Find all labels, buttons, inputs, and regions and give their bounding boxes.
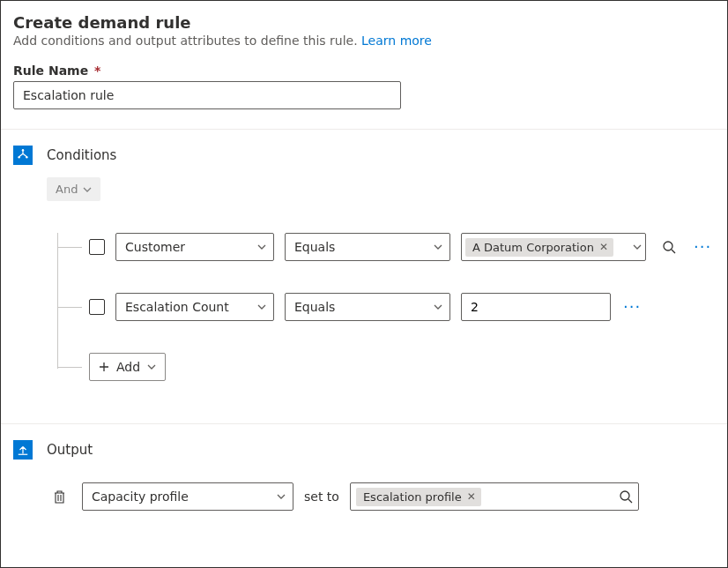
row-more-menu[interactable]: ··· xyxy=(692,239,713,255)
operator-select[interactable]: Equals xyxy=(285,233,450,261)
divider xyxy=(1,129,727,130)
conditions-header: Conditions xyxy=(13,146,715,165)
conditions-title: Conditions xyxy=(47,147,116,163)
output-attribute-value: Capacity profile xyxy=(92,490,189,504)
required-asterisk: * xyxy=(94,64,100,78)
value-lookup[interactable]: A Datum Corporation ✕ xyxy=(461,233,646,261)
lookup-search-button[interactable] xyxy=(657,235,681,259)
chevron-down-icon xyxy=(257,243,266,250)
value-tag: A Datum Corporation ✕ xyxy=(465,238,613,257)
row-select-checkbox[interactable] xyxy=(89,299,105,315)
field-select[interactable]: Customer xyxy=(115,233,274,261)
output-icon xyxy=(13,440,33,460)
svg-point-4 xyxy=(620,491,629,500)
group-operator-label: And xyxy=(56,183,78,196)
close-icon[interactable]: ✕ xyxy=(467,491,476,502)
field-select-value: Customer xyxy=(125,240,185,254)
conditions-icon xyxy=(13,146,33,165)
value-tag-text: A Datum Corporation xyxy=(472,241,594,254)
field-select[interactable]: Escalation Count xyxy=(115,293,274,321)
svg-point-0 xyxy=(22,149,24,151)
field-select-value: Escalation Count xyxy=(125,300,229,314)
row-more-menu[interactable]: ··· xyxy=(621,299,643,315)
svg-point-1 xyxy=(18,156,19,158)
condition-row: Escalation Count Equals ··· xyxy=(57,293,715,321)
chevron-down-icon xyxy=(277,493,286,500)
add-condition-row: Add xyxy=(57,353,715,381)
chevron-down-icon xyxy=(83,186,92,193)
group-operator-selector[interactable]: And xyxy=(47,177,100,201)
operator-select[interactable]: Equals xyxy=(285,293,450,321)
search-icon xyxy=(662,240,676,254)
svg-point-3 xyxy=(664,242,672,250)
output-row: Capacity profile set to Escalation profi… xyxy=(47,482,715,511)
value-input[interactable] xyxy=(461,293,611,321)
trash-icon xyxy=(53,490,66,504)
operator-select-value: Equals xyxy=(294,300,335,314)
close-icon[interactable]: ✕ xyxy=(599,242,608,252)
svg-point-2 xyxy=(26,156,27,158)
page-frame: Create demand rule Add conditions and ou… xyxy=(0,0,728,568)
output-header: Output xyxy=(13,440,715,460)
conditions-tree: Customer Equals A Datum Corporation ✕ xyxy=(57,233,715,381)
plus-icon xyxy=(99,362,109,372)
output-title: Output xyxy=(47,442,93,458)
subtitle-text: Add conditions and output attributes to … xyxy=(13,34,361,48)
conditions-area: And Customer Equals A Datum Corporation xyxy=(47,177,715,381)
chevron-down-icon xyxy=(257,303,266,310)
value-tag-text: Escalation profile xyxy=(363,490,462,504)
chevron-down-icon xyxy=(147,363,156,370)
rule-name-input[interactable] xyxy=(13,81,401,109)
page-subtitle: Add conditions and output attributes to … xyxy=(13,34,715,48)
set-to-label: set to xyxy=(304,490,339,504)
condition-row: Customer Equals A Datum Corporation ✕ xyxy=(57,233,715,261)
add-condition-button[interactable]: Add xyxy=(89,353,166,381)
learn-more-link[interactable]: Learn more xyxy=(361,34,432,48)
search-icon xyxy=(619,490,633,504)
lookup-search-button[interactable] xyxy=(619,490,633,504)
chevron-down-icon xyxy=(434,243,442,250)
divider xyxy=(1,423,727,424)
output-attribute-select[interactable]: Capacity profile xyxy=(82,482,293,511)
chevron-down-icon xyxy=(434,303,442,310)
operator-select-value: Equals xyxy=(294,240,335,254)
page-title: Create demand rule xyxy=(13,13,715,32)
value-tag: Escalation profile ✕ xyxy=(356,488,481,506)
rule-name-label: Rule Name * xyxy=(13,64,715,78)
output-value-lookup[interactable]: Escalation profile ✕ xyxy=(350,482,639,511)
rule-name-label-text: Rule Name xyxy=(13,64,88,78)
chevron-down-icon xyxy=(633,243,642,250)
row-select-checkbox[interactable] xyxy=(89,239,105,255)
delete-output-button[interactable] xyxy=(47,484,71,509)
add-button-label: Add xyxy=(116,360,140,374)
